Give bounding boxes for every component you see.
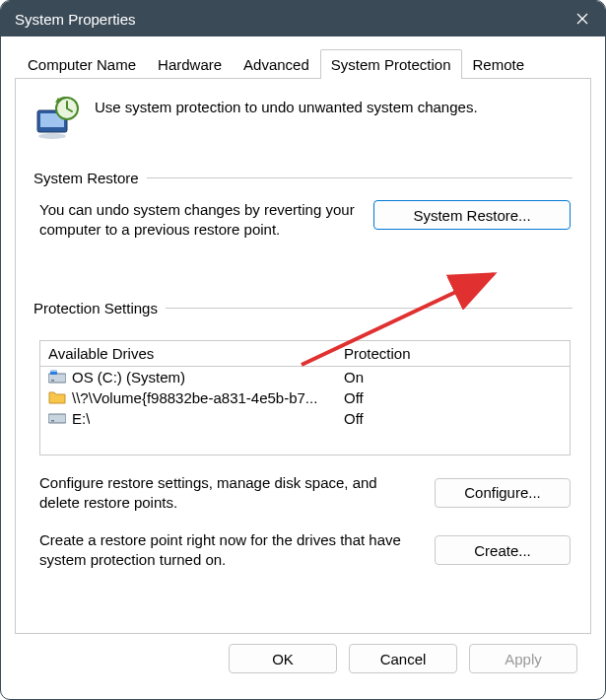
create-row: Create a restore point right now for the… xyxy=(39,530,571,571)
svg-rect-11 xyxy=(48,414,66,423)
svg-rect-12 xyxy=(51,420,54,422)
system-restore-description: You can undo system changes by reverting… xyxy=(39,200,356,241)
apply-button[interactable]: Apply xyxy=(469,644,577,673)
drive-name: E:\ xyxy=(72,410,90,427)
intro-row: Use system protection to undo unwanted s… xyxy=(34,97,572,140)
system-protection-icon xyxy=(34,97,81,140)
drive-icon xyxy=(48,411,66,425)
divider xyxy=(147,177,572,178)
drive-status: On xyxy=(344,369,562,385)
svg-rect-7 xyxy=(48,374,66,383)
drive-name: OS (C:) (System) xyxy=(72,369,185,385)
system-properties-window: System Properties Computer Name Hardware… xyxy=(0,0,606,700)
tab-advanced[interactable]: Advanced xyxy=(233,49,320,79)
protection-settings-group: Protection Settings Available Drives Pro… xyxy=(34,300,572,571)
svg-rect-9 xyxy=(50,370,57,372)
titlebar: System Properties xyxy=(1,1,605,36)
cancel-button[interactable]: Cancel xyxy=(349,644,457,673)
col-available-drives: Available Drives xyxy=(48,345,344,362)
list-padding xyxy=(40,429,570,455)
ok-button[interactable]: OK xyxy=(229,644,337,673)
drive-status: Off xyxy=(344,389,562,406)
window-title: System Properties xyxy=(15,11,136,28)
configure-description: Configure restore settings, manage disk … xyxy=(39,473,417,514)
tab-pane-system-protection: Use system protection to undo unwanted s… xyxy=(15,78,591,634)
window-close-button[interactable] xyxy=(560,1,605,36)
drive-row[interactable]: E:\ Off xyxy=(40,408,570,429)
svg-rect-10 xyxy=(51,380,54,382)
create-description: Create a restore point right now for the… xyxy=(39,530,417,571)
system-restore-button[interactable]: System Restore... xyxy=(373,200,571,230)
system-restore-legend: System Restore xyxy=(34,170,139,186)
drive-os-icon xyxy=(48,370,66,384)
configure-row: Configure restore settings, manage disk … xyxy=(39,473,571,514)
col-protection: Protection xyxy=(344,345,562,362)
drive-row[interactable]: \\?\Volume{f98832be-a831-4e5b-b7... Off xyxy=(40,387,570,408)
tab-remote[interactable]: Remote xyxy=(462,49,536,79)
drive-status: Off xyxy=(344,410,562,427)
drives-list[interactable]: Available Drives Protection OS (C:) (Sys… xyxy=(39,340,571,455)
drives-header: Available Drives Protection xyxy=(40,341,570,366)
create-button[interactable]: Create... xyxy=(435,535,571,565)
client-area: Computer Name Hardware Advanced System P… xyxy=(1,36,605,699)
protection-settings-legend: Protection Settings xyxy=(34,300,158,316)
drive-row[interactable]: OS (C:) (System) On xyxy=(40,367,570,387)
configure-button[interactable]: Configure... xyxy=(435,478,571,508)
divider xyxy=(166,308,572,309)
drive-name: \\?\Volume{f98832be-a831-4e5b-b7... xyxy=(72,389,317,406)
tab-system-protection[interactable]: System Protection xyxy=(320,49,462,79)
dialog-buttons: OK Cancel Apply xyxy=(15,634,591,687)
tab-hardware[interactable]: Hardware xyxy=(147,49,233,79)
tab-computer-name[interactable]: Computer Name xyxy=(17,49,147,79)
intro-text: Use system protection to undo unwanted s… xyxy=(95,97,478,115)
folder-icon xyxy=(48,390,66,404)
close-icon xyxy=(576,13,588,25)
tabstrip: Computer Name Hardware Advanced System P… xyxy=(17,48,591,78)
system-restore-group: System Restore You can undo system chang… xyxy=(34,170,572,241)
svg-point-4 xyxy=(38,133,66,139)
